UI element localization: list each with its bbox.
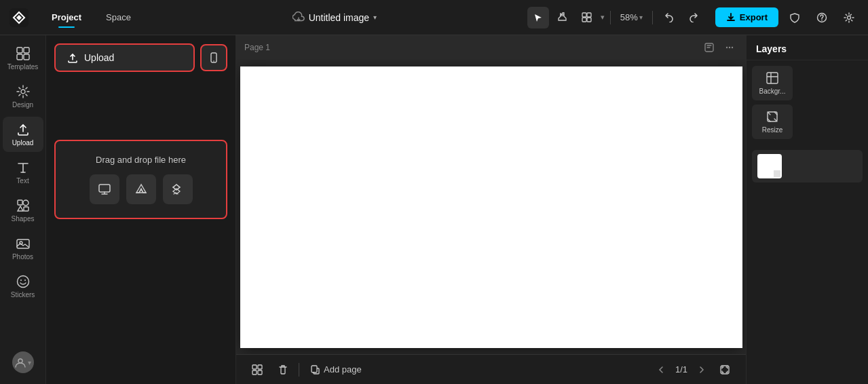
layers-panel-title: Layers bbox=[756, 43, 787, 54]
svg-rect-32 bbox=[252, 370, 257, 375]
avatar-icon bbox=[14, 356, 26, 368]
sidebar-item-upload[interactable]: Upload bbox=[3, 117, 43, 152]
settings-icon[interactable] bbox=[838, 7, 860, 28]
footer-delete-button[interactable] bbox=[273, 360, 293, 380]
topbar-center: Untitled image ▾ bbox=[147, 12, 522, 24]
drag-drop-text: Drag and drop file here bbox=[96, 155, 186, 165]
canvas-preview-icon[interactable] bbox=[701, 39, 717, 56]
chevron-right-icon bbox=[697, 366, 705, 374]
sidebar-item-photos[interactable]: Photos bbox=[3, 231, 43, 266]
sidebar-item-text[interactable]: Text bbox=[3, 155, 43, 190]
dropbox-source-button[interactable] bbox=[163, 174, 193, 204]
svg-point-6 bbox=[821, 20, 823, 21]
text-icon bbox=[16, 160, 31, 175]
page-prev-button[interactable] bbox=[654, 362, 670, 378]
computer-icon bbox=[98, 183, 111, 196]
logo[interactable] bbox=[8, 7, 30, 28]
shield-icon[interactable] bbox=[784, 7, 806, 28]
page-label: Page 1 bbox=[244, 43, 698, 52]
expand-icon bbox=[719, 364, 730, 375]
canvas-viewport bbox=[236, 60, 746, 354]
export-label: Export bbox=[740, 12, 768, 22]
main-area: Templates Design Upload Text bbox=[0, 35, 868, 384]
topbar-right: Export bbox=[715, 7, 860, 28]
computer-source-button[interactable] bbox=[90, 174, 119, 204]
svg-point-22 bbox=[18, 359, 22, 363]
avatar-chevron[interactable]: ▾ bbox=[28, 359, 31, 366]
drag-source-icons bbox=[90, 174, 193, 204]
svg-point-27 bbox=[726, 47, 728, 48]
phone-icon bbox=[208, 52, 219, 63]
export-icon bbox=[726, 13, 736, 22]
svg-rect-1 bbox=[582, 13, 586, 17]
select-tool-button[interactable] bbox=[527, 7, 549, 28]
canvas-more-icon[interactable] bbox=[721, 39, 738, 56]
footer-settings-button[interactable] bbox=[247, 360, 267, 380]
undo-button[interactable] bbox=[658, 7, 680, 28]
upload-main-button[interactable]: Upload bbox=[54, 43, 195, 72]
add-page-button[interactable]: Add page bbox=[305, 362, 367, 377]
tool-separator bbox=[610, 11, 611, 24]
sidebar-item-stickers[interactable]: Stickers bbox=[3, 269, 43, 304]
design-label: Design bbox=[12, 101, 33, 109]
svg-rect-3 bbox=[582, 18, 586, 22]
right-panel-tools-area: Backgr... Resize bbox=[747, 60, 868, 145]
photos-icon bbox=[16, 236, 31, 251]
footer-expand-button[interactable] bbox=[715, 360, 735, 380]
resize-tool-item[interactable]: Resize bbox=[752, 104, 793, 139]
footer-trash-icon bbox=[278, 364, 288, 375]
google-drive-source-button[interactable] bbox=[126, 174, 156, 204]
svg-point-21 bbox=[24, 280, 26, 281]
layout-tool-button[interactable] bbox=[576, 7, 598, 28]
zoom-level: 58% bbox=[620, 12, 638, 22]
svg-rect-17 bbox=[17, 239, 29, 248]
svg-rect-10 bbox=[17, 54, 22, 60]
sidebar-item-design[interactable]: Design bbox=[3, 79, 43, 114]
pan-tool-button[interactable] bbox=[552, 7, 573, 28]
svg-point-15 bbox=[23, 200, 29, 206]
upload-panel: Upload Drag and drop file here bbox=[46, 35, 236, 384]
svg-point-12 bbox=[21, 90, 25, 94]
help-icon[interactable] bbox=[811, 7, 833, 28]
doc-title-area: Untitled image ▾ bbox=[293, 12, 377, 24]
layers-panel-header: Layers bbox=[747, 35, 868, 60]
zoom-control[interactable]: 58% ▾ bbox=[616, 9, 647, 25]
upload-icon bbox=[16, 122, 31, 137]
svg-rect-16 bbox=[24, 207, 29, 211]
svg-rect-14 bbox=[18, 200, 22, 205]
tab-project[interactable]: Project bbox=[41, 8, 92, 26]
chevron-left-icon bbox=[658, 366, 666, 374]
page-next-button[interactable] bbox=[693, 362, 709, 378]
redo-button[interactable] bbox=[683, 7, 704, 28]
svg-rect-31 bbox=[258, 365, 262, 369]
user-avatar[interactable]: ▾ bbox=[12, 351, 34, 373]
canvas-corner-icons bbox=[701, 39, 738, 56]
stickers-label: Stickers bbox=[11, 291, 35, 299]
phone-button[interactable] bbox=[200, 44, 227, 71]
layer-item-background[interactable] bbox=[752, 150, 863, 183]
tool-separator-2 bbox=[652, 11, 653, 24]
text-label: Text bbox=[16, 177, 29, 185]
layout-chevron[interactable]: ▾ bbox=[601, 13, 605, 22]
upload-btn-row: Upload bbox=[54, 43, 227, 72]
svg-rect-25 bbox=[99, 185, 110, 192]
shapes-label: Shapes bbox=[12, 215, 35, 223]
sidebar-item-templates[interactable]: Templates bbox=[3, 41, 43, 76]
svg-point-24 bbox=[213, 60, 214, 62]
templates-icon bbox=[16, 46, 31, 61]
chevron-down-icon[interactable]: ▾ bbox=[373, 14, 377, 21]
svg-rect-9 bbox=[24, 47, 29, 53]
tab-space[interactable]: Space bbox=[95, 8, 142, 26]
topbar-tabs: Project Space bbox=[41, 8, 142, 26]
upload-btn-icon bbox=[67, 52, 79, 64]
svg-rect-34 bbox=[312, 366, 317, 372]
sidebar-item-shapes[interactable]: Shapes bbox=[3, 193, 43, 228]
export-button[interactable]: Export bbox=[715, 7, 778, 27]
upload-btn-label: Upload bbox=[84, 52, 114, 63]
background-icon bbox=[766, 71, 779, 85]
photos-label: Photos bbox=[12, 253, 33, 261]
resize-label: Resize bbox=[762, 126, 783, 134]
add-page-icon bbox=[310, 365, 320, 375]
drag-drop-zone[interactable]: Drag and drop file here bbox=[54, 140, 227, 219]
background-tool-item[interactable]: Backgr... bbox=[752, 66, 793, 100]
